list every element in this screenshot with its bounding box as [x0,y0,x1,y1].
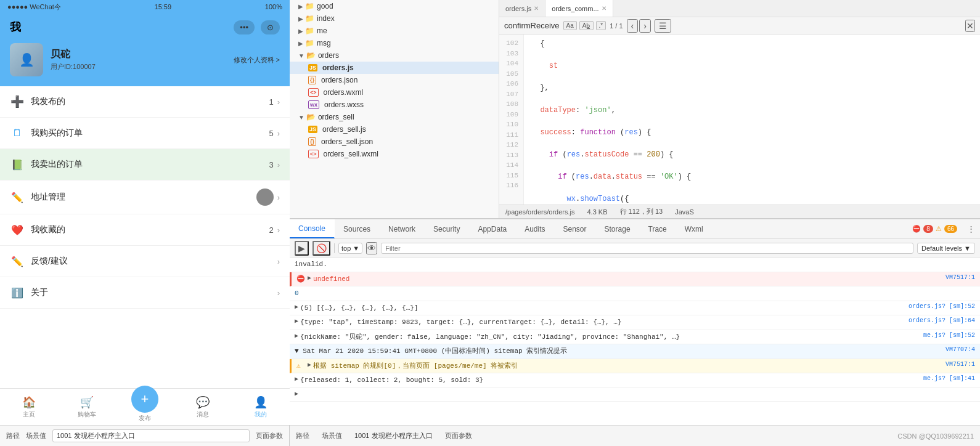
bottom-nav-label[interactable]: 路径 [296,431,309,440]
tab-orders-js-close[interactable]: ✕ [534,5,539,12]
console-row-stats[interactable]: ▶ {released: 1, collect: 2, bought: 5, s… [290,373,980,388]
nav-home[interactable]: 🏠 主页 [0,389,58,425]
file-me[interactable]: ▶ 📁 me [290,25,499,37]
search-count: 1 / 1 [610,22,623,30]
row-array-source[interactable]: orders.js? [sm]:52 [909,303,975,310]
console-filter-input[interactable] [381,243,913,254]
file-orders-sell-js[interactable]: JS orders_sell.js [290,123,499,136]
row-tap-source[interactable]: orders.js? [sm]:64 [909,317,975,324]
search-regex-btn[interactable]: .* [596,21,606,30]
search-next-btn[interactable]: › [639,19,651,33]
tab-network[interactable]: Network [380,219,425,238]
tab-sources[interactable]: Sources [335,219,380,238]
file-orders-wxss[interactable]: wx orders.wxss [290,99,499,111]
header-camera-button[interactable]: ⊙ [261,20,280,34]
console-row-tap[interactable]: ▶ {type: "tap", timeStamp: 9823, target:… [290,315,980,330]
file-msg[interactable]: ▶ 📁 msg [290,37,499,49]
console-row-array[interactable]: ▶ (5) [{…}, {…}, {…}, {…}, {…}] orders.j… [290,301,980,316]
orders-sell-js-name: orders_sell.js [322,125,366,134]
address-toggle[interactable] [256,189,274,206]
toolbar-path-label[interactable]: 路径 [6,431,20,440]
nav-cart[interactable]: 🛒 购物车 [58,389,116,425]
file-orders-js[interactable]: JS orders.js [290,62,499,74]
posted-arrow: › [277,97,280,107]
file-orders-sell-json[interactable]: {} orders_sell.json [290,136,499,148]
expand-tap[interactable]: ▶ [295,317,298,325]
console-row-nickname[interactable]: ▶ {nickName: "贝砣", gender: false, langua… [290,330,980,345]
sold-label: 我卖出的订单 [31,159,269,170]
expand-sitemap[interactable]: ▶ [308,361,311,368]
console-row-undefined[interactable]: ⛔ ▶ undefined VM7517:1 [290,272,980,287]
tab-security[interactable]: Security [425,219,469,238]
phone-header-icons: ••• ⊙ [234,20,280,34]
console-run-btn[interactable]: ▶ [295,241,309,256]
nav-message[interactable]: 💬 消息 [174,389,232,425]
devtools-menu-btn[interactable]: ⋮ [962,219,980,238]
tab-sensor[interactable]: Sensor [555,219,596,238]
expand-undefined[interactable]: ▶ [308,274,311,282]
row-undefined-source[interactable]: VM7517:1 [945,274,975,281]
search-word-btn[interactable]: Ab̲ [579,21,594,30]
tab-wxml[interactable]: Wxml [676,219,713,238]
tab-console[interactable]: Console [290,219,335,238]
toolbar-page-params[interactable]: 页面参数 [256,431,283,440]
console-eye-btn[interactable]: 👁 [366,242,377,254]
orders-sell-arrow: ▼ [298,114,304,121]
tab-appdata[interactable]: AppData [469,219,516,238]
row-stats-source[interactable]: me.js? [sm]:41 [923,375,975,382]
profile-section: 👤 贝砣 用户ID:100007 修改个人资料 > [0,43,290,86]
header-more-button[interactable]: ••• [234,20,255,34]
mine-icon: 👤 [254,395,267,409]
menu-item-posted[interactable]: ➕ 我发布的 1 › [0,86,290,118]
menu-item-favorites[interactable]: ❤️ 我收藏的 2 › [0,214,290,246]
file-orders-sell-wxml[interactable]: <> orders_sell.wxml [290,148,499,160]
row-sitemap-info-source[interactable]: VM7707:4 [945,346,975,353]
menu-item-feedback[interactable]: ✏️ 反馈/建议 › [0,246,290,277]
devtools-top: ▶ 📁 good ▶ 📁 index ▶ 📁 me ▶ [290,0,980,219]
tab-storage[interactable]: Storage [596,219,640,238]
menu-item-bought[interactable]: 🗒 我购买的订单 5 › [0,118,290,149]
bottom-page-params[interactable]: 页面参数 [445,431,472,440]
tab-orders-js[interactable]: orders.js ✕ [499,0,545,17]
search-close-btn[interactable]: ✕ [965,20,975,32]
nav-mine[interactable]: 👤 我的 [232,389,290,425]
file-orders-json[interactable]: {} orders.json [290,74,499,86]
search-menu-btn[interactable]: ☰ [655,19,671,33]
phone-header-title: 我 [10,20,21,34]
tab-trace[interactable]: Trace [640,219,676,238]
console-clear-btn[interactable]: 🚫 [312,241,330,256]
bottom-scene-label[interactable]: 场景值 [322,431,342,440]
console-top-select[interactable]: top ▼ [338,243,362,254]
toolbar-scene-label[interactable]: 场景值 [26,431,46,440]
line-numbers: 1021031041051061071081091101111121131141… [499,34,524,205]
file-index[interactable]: ▶ 📁 index [290,12,499,25]
search-case-btn[interactable]: Aa [563,21,577,30]
file-orders[interactable]: ▼ 📂 orders [290,49,499,62]
tab-audits[interactable]: Audits [516,219,554,238]
expand-stats[interactable]: ▶ [295,375,298,383]
console-levels-select[interactable]: Default levels ▼ [917,243,975,254]
menu-item-address[interactable]: ✏️ 地址管理 › [0,180,290,214]
nav-message-label: 消息 [197,410,209,419]
tab-orders-comm[interactable]: orders_comm... ✕ [545,0,613,17]
file-orders-sell[interactable]: ▼ 📂 orders_sell [290,111,499,123]
profile-edit-link[interactable]: 修改个人资料 > [234,55,280,65]
file-orders-wxml[interactable]: <> orders.wxml [290,86,499,99]
address-icon: ✏️ [10,190,25,205]
search-prev-btn[interactable]: ‹ [627,19,639,33]
expand-array[interactable]: ▶ [295,303,298,310]
console-row-sitemap-warn[interactable]: ⚠ ▶ 根据 sitemap 的规则[0]，当前页面 [pages/me/me]… [290,359,980,374]
menu-item-sold[interactable]: 📗 我卖出的订单 3 › [0,149,290,180]
expand-empty[interactable]: ▶ [295,390,298,397]
tab-appdata-label: AppData [478,225,507,233]
row-nickname-source[interactable]: me.js? [sm]:52 [923,332,975,339]
file-good[interactable]: ▶ 📁 good [290,0,499,12]
expand-nickname[interactable]: ▶ [295,332,298,339]
orders-sell-folder-icon: 📂 [306,113,316,121]
console-row-empty[interactable]: ▶ [290,388,980,402]
nav-publish[interactable]: + 发布 [116,389,174,425]
code-lines[interactable]: { st }, dataType: 'json', success: funct… [524,34,980,205]
tab-orders-comm-close[interactable]: ✕ [602,5,606,12]
menu-item-about[interactable]: ℹ️ 关于 › [0,277,290,309]
row-sitemap-warn-source[interactable]: VM7517:1 [945,361,975,368]
